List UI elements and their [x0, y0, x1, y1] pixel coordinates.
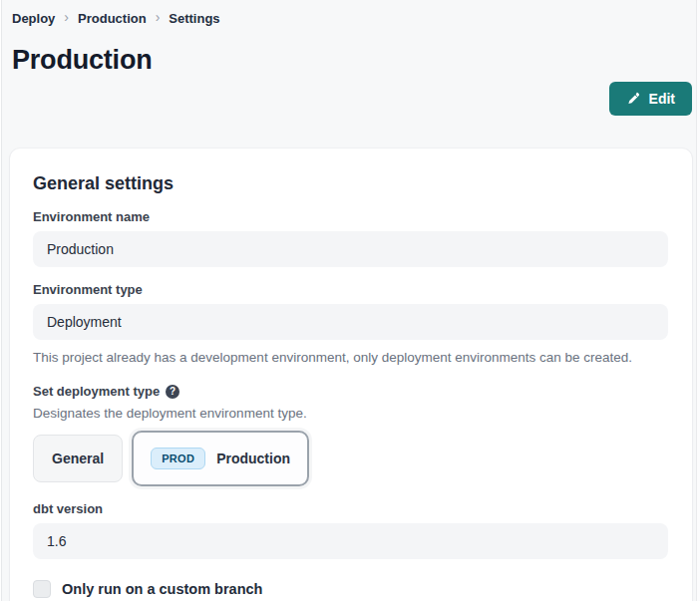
- environment-type-input[interactable]: [33, 304, 668, 340]
- environment-name-input[interactable]: [33, 231, 668, 267]
- edit-button[interactable]: Edit: [609, 82, 692, 116]
- deployment-type-label-row: Set deployment type ?: [33, 384, 668, 399]
- deployment-type-label: Set deployment type: [33, 384, 160, 399]
- page-title: Production: [12, 44, 692, 76]
- panel-right-edge: [696, 0, 700, 601]
- breadcrumb: Deploy › Production › Settings: [12, 10, 692, 26]
- prod-badge: PROD: [151, 448, 205, 469]
- pencil-icon: [626, 92, 640, 106]
- edit-button-label: Edit: [649, 91, 675, 107]
- panel-left-edge: [0, 0, 2, 601]
- environment-type-help-text: This project already has a development e…: [33, 349, 668, 367]
- general-settings-card: General settings Environment name Enviro…: [10, 149, 692, 601]
- dbt-version-input[interactable]: [33, 523, 668, 559]
- deployment-type-options: General PROD Production: [33, 431, 668, 486]
- breadcrumb-settings: Settings: [169, 11, 219, 26]
- question-circle-icon[interactable]: ?: [166, 385, 179, 399]
- dbt-version-label: dbt version: [33, 501, 668, 516]
- environment-type-label: Environment type: [33, 282, 668, 297]
- chevron-right-icon: ›: [156, 10, 161, 24]
- environment-name-label: Environment name: [33, 209, 668, 224]
- deployment-type-description: Designates the deployment environment ty…: [33, 406, 668, 421]
- toolbar: Edit: [12, 82, 692, 116]
- custom-branch-checkbox[interactable]: [33, 580, 51, 598]
- breadcrumb-deploy[interactable]: Deploy: [12, 11, 55, 26]
- deployment-type-option-general[interactable]: General: [33, 435, 123, 482]
- custom-branch-label[interactable]: Only run on a custom branch: [62, 581, 262, 597]
- environment-settings-page: Deploy › Production › Settings Productio…: [0, 0, 700, 601]
- card-heading: General settings: [33, 173, 668, 194]
- deployment-type-option-production-label: Production: [216, 451, 290, 466]
- breadcrumb-production[interactable]: Production: [78, 11, 147, 26]
- deployment-type-option-production[interactable]: PROD Production: [132, 431, 309, 486]
- custom-branch-row: Only run on a custom branch: [33, 580, 668, 598]
- chevron-right-icon: ›: [64, 10, 69, 24]
